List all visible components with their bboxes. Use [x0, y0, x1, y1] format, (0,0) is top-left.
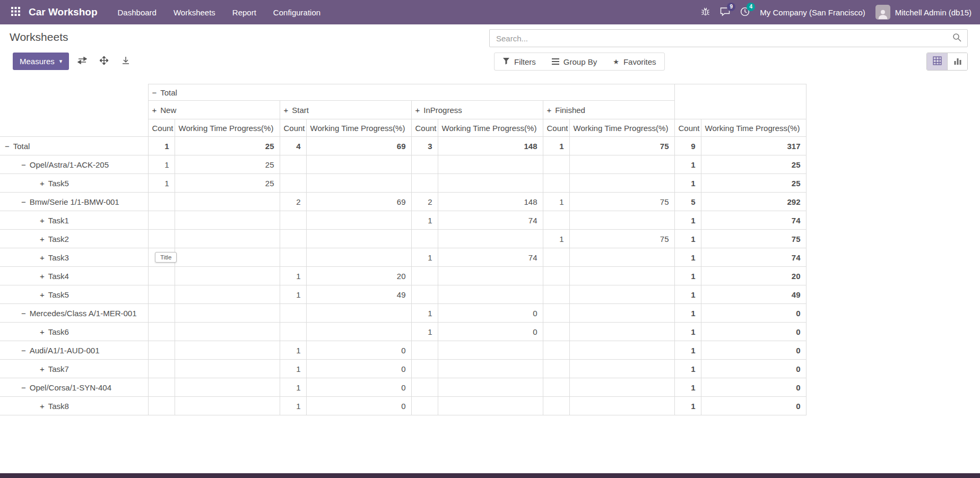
search-input[interactable] [490, 34, 946, 43]
pivot-cell[interactable] [543, 267, 569, 285]
pivot-cell[interactable] [148, 323, 175, 341]
pivot-cell[interactable] [411, 155, 438, 174]
pivot-cell[interactable] [543, 360, 569, 378]
pivot-cell[interactable]: 25 [701, 174, 806, 193]
pivot-cell[interactable] [411, 360, 438, 378]
graph-view-button[interactable] [947, 53, 967, 70]
pivot-header-count[interactable]: Count [148, 119, 175, 137]
pivot-cell[interactable] [280, 304, 306, 323]
pivot-cell[interactable]: 75 [701, 230, 806, 248]
nav-item-worksheets[interactable]: Worksheets [174, 8, 215, 17]
pivot-cell[interactable]: 2 [411, 193, 438, 211]
pivot-cell[interactable] [280, 230, 306, 248]
group-by-button[interactable]: Group By [544, 53, 605, 70]
pivot-cell[interactable]: 75 [569, 137, 674, 155]
pivot-cell[interactable] [175, 193, 280, 211]
pivot-cell[interactable] [148, 193, 175, 211]
pivot-cell[interactable] [280, 155, 306, 174]
pivot-cell[interactable] [543, 378, 569, 397]
pivot-cell[interactable] [569, 155, 674, 174]
pivot-row-header[interactable]: −Mercedes/Class A/1-MER-001 [0, 304, 148, 323]
pivot-row-header[interactable]: −Total [0, 137, 148, 155]
pivot-cell[interactable]: 0 [701, 378, 806, 397]
pivot-header-progress[interactable]: Working Time Progress(%) [701, 119, 806, 137]
pivot-cell[interactable]: 1 [543, 137, 569, 155]
download-xlsx-button[interactable] [117, 53, 134, 70]
pivot-cell[interactable]: 1 [280, 341, 306, 360]
pivot-cell[interactable]: 1 [411, 248, 438, 267]
pivot-cell[interactable]: 1 [280, 267, 306, 285]
pivot-cell[interactable] [306, 304, 411, 323]
pivot-cell[interactable]: 0 [306, 378, 411, 397]
pivot-cell[interactable] [148, 378, 175, 397]
pivot-cell[interactable]: 0 [701, 397, 806, 415]
pivot-header-progress[interactable]: Working Time Progress(%) [306, 119, 411, 137]
pivot-cell[interactable] [543, 304, 569, 323]
pivot-cell[interactable]: 1 [674, 211, 701, 230]
nav-item-configuration[interactable]: Configuration [273, 8, 320, 17]
pivot-cell[interactable]: 20 [701, 267, 806, 285]
pivot-cell[interactable] [148, 360, 175, 378]
pivot-cell[interactable]: 0 [438, 323, 543, 341]
pivot-cell[interactable]: 74 [438, 211, 543, 230]
pivot-cell[interactable]: 1 [674, 267, 701, 285]
pivot-cell[interactable] [411, 230, 438, 248]
pivot-cell[interactable] [175, 211, 280, 230]
pivot-cell[interactable] [543, 248, 569, 267]
pivot-cell[interactable]: 25 [701, 155, 806, 174]
pivot-cell[interactable]: 1 [280, 285, 306, 304]
pivot-cell[interactable]: 1 [411, 323, 438, 341]
pivot-cell[interactable]: 69 [306, 137, 411, 155]
pivot-cell[interactable]: 1 [674, 341, 701, 360]
pivot-cell[interactable]: 1 [148, 155, 175, 174]
filters-button[interactable]: Filters [495, 53, 544, 70]
pivot-cell[interactable]: 49 [701, 285, 806, 304]
flip-axis-button[interactable] [74, 53, 91, 70]
pivot-cell[interactable]: 74 [438, 248, 543, 267]
pivot-cell[interactable] [411, 267, 438, 285]
pivot-cell[interactable]: 20 [306, 267, 411, 285]
pivot-cell[interactable] [438, 285, 543, 304]
pivot-cell[interactable] [148, 285, 175, 304]
pivot-cell[interactable] [411, 174, 438, 193]
pivot-cell[interactable] [438, 360, 543, 378]
pivot-cell[interactable] [438, 341, 543, 360]
pivot-cell[interactable]: 69 [306, 193, 411, 211]
pivot-cell[interactable] [148, 211, 175, 230]
pivot-header-count[interactable]: Count [411, 119, 438, 137]
nav-item-report[interactable]: Report [232, 8, 256, 17]
pivot-cell[interactable] [175, 267, 280, 285]
pivot-cell[interactable]: 1 [674, 323, 701, 341]
pivot-cell[interactable] [438, 378, 543, 397]
pivot-cell[interactable]: 25 [175, 174, 280, 193]
pivot-header-count[interactable]: Count [543, 119, 569, 137]
pivot-cell[interactable] [438, 174, 543, 193]
pivot-cell[interactable] [175, 341, 280, 360]
pivot-cell[interactable]: 25 [175, 155, 280, 174]
pivot-cell[interactable] [569, 248, 674, 267]
pivot-header-group-finished[interactable]: +Finished [543, 101, 674, 119]
pivot-row-header[interactable]: −Opel/Astra/1-ACK-205 [0, 155, 148, 174]
debug-button[interactable] [701, 7, 710, 18]
pivot-cell[interactable]: 0 [306, 341, 411, 360]
pivot-cell[interactable] [306, 323, 411, 341]
pivot-cell[interactable] [175, 323, 280, 341]
pivot-cell[interactable] [306, 230, 411, 248]
pivot-cell[interactable]: 9 [674, 137, 701, 155]
pivot-header-count[interactable]: Count [674, 119, 701, 137]
pivot-cell[interactable]: 317 [701, 137, 806, 155]
pivot-cell[interactable]: 1 [543, 230, 569, 248]
pivot-cell[interactable] [569, 323, 674, 341]
pivot-cell[interactable] [148, 304, 175, 323]
pivot-cell[interactable] [411, 378, 438, 397]
user-menu[interactable]: Mitchell Admin (db15) [875, 5, 972, 20]
pivot-cell[interactable] [280, 248, 306, 267]
pivot-cell[interactable] [438, 230, 543, 248]
pivot-cell[interactable]: 1 [411, 304, 438, 323]
pivot-cell[interactable]: 1 [543, 193, 569, 211]
pivot-cell[interactable] [543, 397, 569, 415]
app-title[interactable]: Car Workshop [29, 6, 98, 18]
pivot-cell[interactable] [175, 378, 280, 397]
pivot-row-header[interactable]: +Task4 [0, 267, 148, 285]
pivot-cell[interactable]: 1 [674, 397, 701, 415]
